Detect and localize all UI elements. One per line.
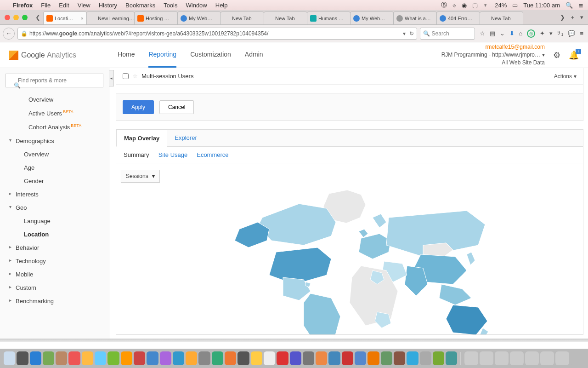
browser-tab[interactable]: 404 Erro…	[436, 12, 480, 24]
menubar-clock[interactable]: Tue 11:00 am	[523, 2, 560, 9]
browser-tab[interactable]: My Web…	[350, 12, 394, 24]
dock-app-icon[interactable]	[82, 351, 93, 365]
downloads-icon[interactable]: ⬇	[509, 30, 514, 37]
dock-app-icon[interactable]	[446, 351, 457, 365]
menu-app[interactable]: Firefox	[13, 2, 33, 9]
close-tab-icon[interactable]: ×	[81, 16, 84, 21]
extension-icon[interactable]: ✦	[540, 30, 545, 37]
pocket-icon[interactable]: ⌄	[500, 30, 505, 37]
dock-vlc-icon[interactable]	[368, 351, 379, 365]
dock-app-icon[interactable]	[225, 351, 236, 365]
dock-minimized-window[interactable]	[510, 351, 524, 365]
menu-window[interactable]: Window	[186, 2, 207, 9]
menubar-spotlight-icon[interactable]: 🔍	[565, 2, 573, 9]
dock-trash-icon[interactable]	[571, 351, 584, 365]
sidebar-item-location[interactable]: Location	[0, 228, 109, 241]
menubar-icon-b[interactable]: Ⓑ	[441, 1, 447, 9]
dock-app-icon[interactable]	[198, 351, 210, 365]
sidebar-item-mobile[interactable]: Mobile	[0, 268, 109, 281]
menubar-list-icon[interactable]: ≣	[578, 2, 583, 9]
minimize-window-button[interactable]	[13, 15, 19, 20]
menu-view[interactable]: View	[78, 2, 90, 9]
sidebar-item-geo[interactable]: Geo	[0, 201, 109, 214]
dock-minimized-window[interactable]	[555, 351, 569, 365]
sidebar-item-overview[interactable]: Overview	[0, 93, 109, 106]
nav-customization[interactable]: Customization	[190, 42, 231, 68]
reload-button[interactable]: ↻	[409, 30, 414, 37]
dock-finder-icon[interactable]	[4, 351, 15, 365]
dock-filezilla-icon[interactable]	[342, 351, 353, 365]
dock-minimized-window[interactable]	[540, 351, 554, 365]
dock-minimized-window[interactable]	[525, 351, 539, 365]
gear-icon[interactable]: ⚙	[553, 50, 560, 60]
dock-chrome-icon[interactable]	[251, 351, 262, 365]
menu-help[interactable]: Help	[215, 2, 228, 9]
dock-app-icon[interactable]	[328, 351, 340, 365]
subtab-site-usage[interactable]: Site Usage	[158, 151, 188, 158]
close-window-button[interactable]	[5, 15, 10, 20]
ga-account-selector[interactable]: rmetcalfe15@gmail.com RJM Programming - …	[441, 43, 545, 66]
dock-calendar-icon[interactable]	[68, 351, 80, 365]
sidebar-item-overview[interactable]: Overview	[0, 148, 109, 161]
sidebar-item-behavior[interactable]: Behavior	[0, 241, 109, 254]
reader-toggle-icon[interactable]: ▾	[403, 30, 406, 37]
menu-bookmarks[interactable]: Bookmarks	[125, 2, 155, 9]
segment-row[interactable]: ☆ Multi-session Users Actions ▾	[116, 68, 583, 85]
evernote-icon[interactable]: ◎	[527, 29, 535, 38]
dock-app-icon[interactable]	[381, 351, 392, 365]
menu-edit[interactable]: Edit	[59, 2, 69, 9]
dock-app-icon[interactable]	[433, 351, 444, 365]
browser-tab[interactable]: New Tab	[264, 12, 307, 24]
segment-actions[interactable]: Actions ▾	[554, 73, 577, 80]
menubar-airplay-icon[interactable]: ▢	[472, 2, 478, 9]
browser-tab[interactable]: Locati…×	[43, 12, 87, 24]
ga-logo[interactable]: Google Analytics	[9, 51, 76, 60]
dock-app-icon[interactable]	[420, 351, 431, 365]
sidebar-toggle-icon[interactable]: ❮	[32, 14, 43, 21]
dock-app-icon[interactable]	[134, 351, 145, 365]
sidebar-item-active-users[interactable]: Active UsersBETA	[0, 106, 109, 120]
dock-opera-icon[interactable]	[277, 351, 288, 365]
subtab-ecommerce[interactable]: Ecommerce	[197, 151, 228, 158]
menu-tools[interactable]: Tools	[164, 2, 177, 9]
dock-minimized-window[interactable]	[495, 351, 509, 365]
menu-history[interactable]: History	[99, 2, 117, 9]
dock-safari-icon[interactable]	[30, 351, 41, 365]
dock-app-icon[interactable]	[303, 351, 314, 365]
dock-terminal-icon[interactable]	[237, 351, 249, 365]
sidebar-item-language[interactable]: Language	[0, 214, 109, 228]
browser-tab[interactable]: My Web…	[177, 12, 221, 24]
nav-admin[interactable]: Admin	[245, 42, 263, 68]
menubar-battery-icon[interactable]: ▭	[512, 2, 518, 9]
browser-tab[interactable]: Humans …	[307, 12, 351, 24]
home-icon[interactable]: ⌂	[519, 30, 523, 37]
nav-reporting[interactable]: Reporting	[148, 42, 176, 68]
extension-dropdown-icon[interactable]: ▾	[549, 30, 553, 37]
zoom-window-button[interactable]	[22, 15, 28, 20]
browser-tab[interactable]: New Tab	[220, 12, 264, 24]
dock-app-icon[interactable]	[147, 351, 158, 365]
notifications-icon[interactable]: 🔔i	[569, 50, 579, 60]
dock-minimized-window[interactable]	[464, 351, 478, 365]
tab-map-overlay[interactable]: Map Overlay	[116, 130, 167, 147]
hamburger-menu-icon[interactable]: ≡	[580, 30, 583, 37]
dock-app-icon[interactable]	[212, 351, 223, 365]
tabs-overflow-icon[interactable]: ❯	[560, 14, 565, 21]
sidebar-collapse-handle[interactable]: ◂	[109, 70, 114, 86]
menu-file[interactable]: File	[41, 2, 51, 9]
sidebar-item-technology[interactable]: Technology	[0, 254, 109, 268]
dock-app-icon[interactable]	[17, 351, 28, 365]
sidebar-item-gender[interactable]: Gender	[0, 174, 109, 188]
dock-appstore-icon[interactable]	[173, 351, 184, 365]
back-button[interactable]: ←	[3, 28, 15, 40]
sidebar-item-benchmarking[interactable]: Benchmarking	[0, 294, 109, 308]
star-icon[interactable]: ☆	[132, 73, 138, 80]
dock-app-icon[interactable]	[186, 351, 197, 365]
metric-selector[interactable]: Sessions ▾	[121, 170, 583, 183]
nav-home[interactable]: Home	[118, 42, 135, 68]
search-bar[interactable]: 🔍 Search	[420, 28, 475, 40]
world-map[interactable]	[116, 183, 583, 334]
tab-explorer[interactable]: Explorer	[167, 130, 204, 146]
sidebar-item-interests[interactable]: Interests	[0, 188, 109, 201]
menubar-icon-circle[interactable]: ◉	[462, 2, 467, 9]
